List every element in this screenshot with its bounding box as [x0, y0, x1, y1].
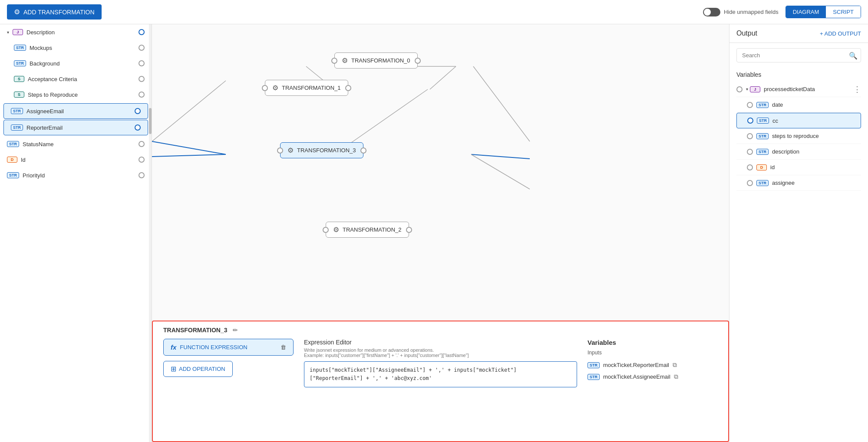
search-icon-button[interactable]: 🔍: [849, 51, 858, 59]
var-item-processedticketdata[interactable]: ▾ J processedticketData ⋮: [736, 82, 861, 97]
field-item-background[interactable]: STR Background: [0, 56, 152, 71]
add-output-label: + ADD OUTPUT: [820, 30, 861, 37]
variables-section: Variables ▾ J processedticketData ⋮ STR: [729, 68, 868, 194]
tab-script[interactable]: SCRIPT: [826, 6, 861, 18]
function-section: fx FUNCTION EXPRESSION 🗑 ⊞ ADD OPERATION: [163, 339, 294, 431]
var-port-assignee[interactable]: [747, 180, 753, 186]
port-left-t2[interactable]: [323, 227, 329, 233]
expression-editor[interactable]: inputs["mockTicket"]["AssigneeEmail"] + …: [304, 361, 577, 387]
expand-arrow-processed[interactable]: ▾: [746, 87, 748, 92]
canvas-area[interactable]: ⚙ TRANSFORMATION_0 ⚙ TRANSFORMATION_1 ⚙ …: [152, 24, 729, 442]
port-left-t1[interactable]: [262, 85, 268, 91]
field-port-steps-to-reproduce[interactable]: [139, 92, 145, 98]
field-port-background[interactable]: [139, 60, 145, 66]
var-port-description[interactable]: [747, 149, 753, 155]
field-port-reporter-email[interactable]: [135, 124, 141, 131]
field-port-mockups[interactable]: [139, 45, 145, 51]
field-label-background: Background: [30, 60, 59, 67]
expression-editor-subtitle: Write jsonnet expression for medium or a…: [304, 347, 577, 358]
node-transformation-0[interactable]: ⚙ TRANSFORMATION_0: [334, 52, 418, 69]
field-port-status-name[interactable]: [139, 141, 145, 147]
var-menu-processed[interactable]: ⋮: [853, 85, 861, 94]
add-operation-button[interactable]: ⊞ ADD OPERATION: [163, 361, 233, 377]
field-label-steps-to-reproduce: Steps to Reproduce: [28, 92, 78, 98]
type-badge-str-desc: STR: [756, 149, 769, 155]
var-port-processed[interactable]: [736, 86, 743, 92]
field-label-mockups: Mockups: [30, 45, 52, 51]
variables-title: Variables: [736, 71, 861, 78]
gear-icon-t3: ⚙: [287, 146, 294, 154]
var-label-description: description: [772, 148, 799, 155]
type-badge-s-str: S: [14, 92, 24, 98]
port-right-t1[interactable]: [345, 85, 351, 91]
add-transformation-button[interactable]: ⚙ ADD TRANSFORMATION: [7, 4, 102, 20]
var-label-assignee: assignee: [772, 180, 795, 186]
main-container: ▾ J Description STR Mockups STR Backgrou…: [0, 24, 868, 442]
fx-icon: fx: [171, 344, 176, 351]
node-transformation-1[interactable]: ⚙ TRANSFORMATION_1: [265, 80, 348, 96]
field-item-assignee-email[interactable]: STR AssigneeEmail: [3, 103, 148, 119]
field-port-priority-id[interactable]: [139, 172, 145, 178]
left-panel: ▾ J Description STR Mockups STR Backgrou…: [0, 24, 152, 442]
node-transformation-2[interactable]: ⚙ TRANSFORMATION_2: [326, 222, 409, 238]
var-label-cc: cc: [772, 118, 778, 124]
node-label-t1: TRANSFORMATION_1: [282, 85, 341, 91]
type-badge-str-status: STR: [7, 141, 19, 147]
hide-unmapped-label: Hide unmapped fields: [724, 9, 779, 15]
field-label-priority-id: PriorityId: [23, 172, 45, 179]
function-expression-label: FUNCTION EXPRESSION: [180, 344, 247, 350]
var-item-steps-to-reproduce: STR steps to reproduce: [736, 128, 861, 144]
edit-icon[interactable]: ✏: [233, 327, 238, 334]
bottom-content: fx FUNCTION EXPRESSION 🗑 ⊞ ADD OPERATION…: [163, 339, 718, 431]
field-item-description[interactable]: ▾ J Description: [0, 24, 152, 40]
node-label-t0: TRANSFORMATION_0: [351, 57, 410, 64]
var-item-id-right: D id: [736, 160, 861, 175]
tab-diagram[interactable]: DIAGRAM: [786, 6, 826, 18]
copy-icon-assignee[interactable]: ⧉: [674, 373, 678, 380]
svg-line-0: [152, 81, 226, 141]
scrollbar-thumb[interactable]: [149, 108, 152, 134]
add-output-button[interactable]: + ADD OUTPUT: [820, 30, 861, 37]
add-transformation-label: ADD TRANSFORMATION: [23, 9, 95, 16]
field-port-assignee-email[interactable]: [135, 108, 141, 114]
field-port-acceptance-criteria[interactable]: [139, 76, 145, 82]
field-item-priority-id[interactable]: STR PriorityId: [0, 167, 152, 183]
var-port-cc[interactable]: [747, 118, 753, 124]
copy-icon-reporter[interactable]: ⧉: [673, 361, 677, 369]
plus-icon-op: ⊞: [171, 365, 176, 373]
var-port-steps[interactable]: [747, 133, 753, 139]
field-item-status-name[interactable]: STR StatusName: [0, 136, 152, 152]
field-item-mockups[interactable]: STR Mockups: [0, 40, 152, 56]
expression-section: Expression Editor Write jsonnet expressi…: [304, 339, 577, 431]
var-port-date[interactable]: [747, 102, 753, 108]
port-right-t2[interactable]: [406, 227, 412, 233]
type-badge-str-assignee-right: STR: [756, 180, 769, 186]
field-item-acceptance-criteria[interactable]: S Acceptance Criteria: [0, 71, 152, 87]
right-panel-header: Output + ADD OUTPUT: [729, 24, 868, 43]
port-right-t3[interactable]: [360, 147, 366, 154]
type-badge-j-processed: J: [750, 86, 760, 92]
field-port-id[interactable]: [139, 157, 145, 163]
delete-icon[interactable]: 🗑: [281, 344, 286, 350]
field-label-id: Id: [21, 157, 26, 163]
field-item-id[interactable]: D Id: [0, 152, 152, 167]
bottom-variables: Variables Inputs STR mockTicket.Reporter…: [587, 339, 718, 431]
field-port-description[interactable]: [139, 29, 145, 35]
function-expression-button[interactable]: fx FUNCTION EXPRESSION 🗑: [163, 339, 294, 356]
add-operation-label: ADD OPERATION: [179, 366, 225, 372]
field-item-steps-to-reproduce[interactable]: S Steps to Reproduce: [0, 87, 152, 102]
port-right-t0[interactable]: [415, 58, 421, 64]
svg-line-6: [430, 66, 456, 89]
port-left-t3[interactable]: [277, 147, 283, 154]
toggle-button[interactable]: [703, 8, 720, 16]
field-item-reporter-email[interactable]: STR ReporterEmail: [3, 120, 148, 135]
expand-arrow-description[interactable]: ▾: [7, 30, 9, 35]
node-transformation-3[interactable]: ⚙ TRANSFORMATION_3: [280, 142, 363, 158]
bottom-panel: TRANSFORMATION_3 ✏ fx FUNCTION EXPRESSIO…: [152, 321, 729, 442]
port-left-t0[interactable]: [331, 58, 337, 64]
type-badge-str-priority: STR: [7, 172, 19, 178]
var-port-id[interactable]: [747, 164, 753, 170]
var-item-cc: STR cc: [736, 113, 861, 128]
svg-line-7: [471, 154, 530, 159]
search-input[interactable]: [736, 48, 861, 62]
